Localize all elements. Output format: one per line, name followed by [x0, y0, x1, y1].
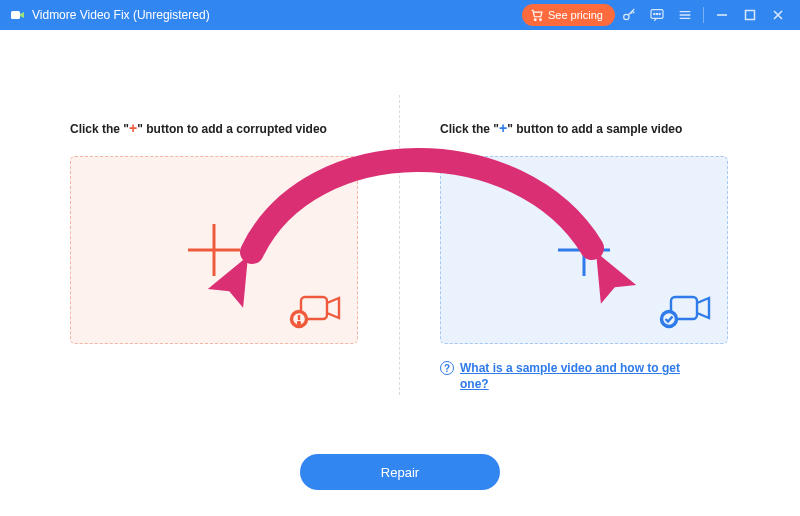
plus-icon [550, 216, 618, 284]
svg-point-6 [656, 13, 657, 14]
window-title: Vidmore Video Fix (Unregistered) [32, 8, 210, 22]
plus-icon [180, 216, 248, 284]
see-pricing-button[interactable]: See pricing [522, 4, 615, 26]
help-icon: ? [440, 361, 454, 375]
svg-point-13 [298, 322, 300, 324]
svg-point-7 [659, 13, 660, 14]
svg-point-5 [654, 13, 655, 14]
cart-icon [530, 8, 544, 22]
camera-alert-icon [289, 289, 345, 333]
sample-video-column: Click the "+" button to add a sample vid… [440, 120, 730, 392]
add-corrupted-video-button[interactable] [70, 156, 358, 344]
corrupted-hint: Click the "+" button to add a corrupted … [70, 120, 360, 136]
sample-hint: Click the "+" button to add a sample vid… [440, 120, 730, 136]
repair-button[interactable]: Repair [300, 454, 500, 490]
feedback-icon[interactable] [643, 0, 671, 30]
svg-rect-0 [11, 11, 20, 19]
vertical-divider [399, 95, 400, 395]
key-icon[interactable] [615, 0, 643, 30]
svg-rect-8 [746, 11, 755, 20]
corrupted-video-column: Click the "+" button to add a corrupted … [70, 120, 360, 392]
svg-point-1 [534, 19, 536, 21]
minimize-button[interactable] [708, 0, 736, 30]
titlebar-divider [703, 7, 704, 23]
title-bar: Vidmore Video Fix (Unregistered) See pri… [0, 0, 800, 30]
add-sample-video-button[interactable] [440, 156, 728, 344]
svg-point-2 [540, 19, 542, 21]
sample-video-help-link[interactable]: What is a sample video and how to get on… [460, 360, 700, 392]
main-content: Click the "+" button to add a corrupted … [0, 30, 800, 516]
camera-check-icon [659, 289, 715, 333]
maximize-button[interactable] [736, 0, 764, 30]
svg-point-3 [624, 14, 629, 19]
help-link-row: ? What is a sample video and how to get … [440, 360, 730, 392]
close-button[interactable] [764, 0, 792, 30]
app-logo-icon [10, 7, 26, 23]
menu-icon[interactable] [671, 0, 699, 30]
